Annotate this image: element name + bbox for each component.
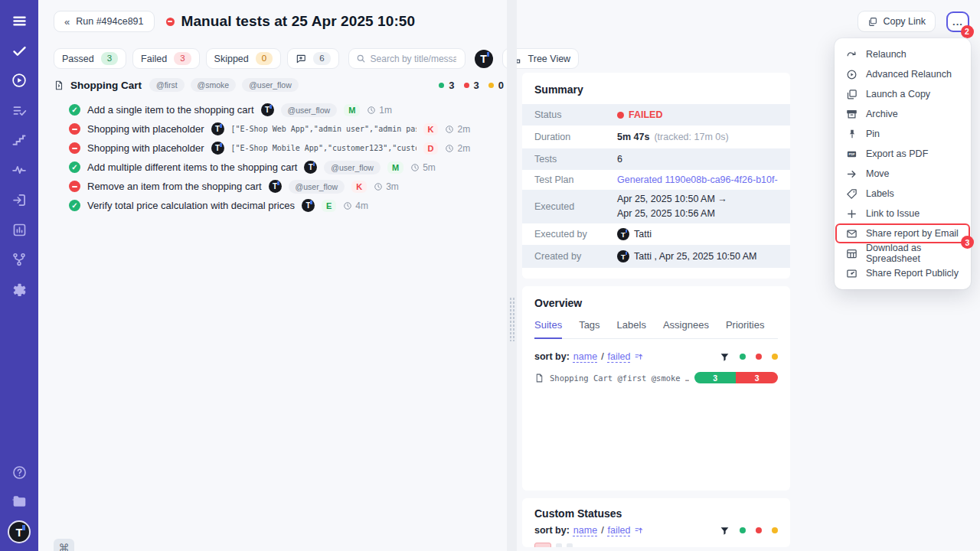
tab-tags[interactable]: Tags bbox=[579, 319, 599, 338]
failed-filter-dot[interactable] bbox=[756, 354, 762, 360]
copy-icon bbox=[846, 89, 858, 100]
milestones-steps-icon[interactable] bbox=[11, 132, 28, 148]
ellipsis-icon: ... bbox=[952, 16, 963, 28]
summary-row-tests: Tests 6 bbox=[522, 148, 790, 170]
menu-item-labels[interactable]: Labels bbox=[835, 184, 971, 204]
test-tag[interactable]: @user_flow bbox=[281, 103, 338, 117]
test-row[interactable]: Add a single item to the shopping cart T… bbox=[54, 100, 508, 119]
skipped-filter-dot[interactable] bbox=[772, 354, 778, 360]
suite-tag[interactable]: @first bbox=[149, 78, 185, 92]
resizer-grip-icon[interactable] bbox=[509, 297, 514, 341]
test-tag[interactable]: @user_flow bbox=[289, 180, 345, 194]
sort-by-failed-link[interactable]: failed bbox=[608, 351, 631, 362]
passed-filter-dot[interactable] bbox=[740, 527, 746, 533]
summary-label: Test Plan bbox=[534, 174, 617, 185]
summary-label: Duration bbox=[534, 132, 617, 142]
menu-item-label: Pin bbox=[866, 129, 880, 139]
copy-icon bbox=[867, 17, 877, 27]
menu-item-label: Download as Spreadsheet bbox=[866, 243, 959, 264]
sort-asc-icon[interactable] bbox=[634, 352, 644, 362]
projects-folder-icon[interactable] bbox=[11, 493, 28, 510]
comment-icon bbox=[296, 54, 306, 64]
suite-skipped-count: 0 bbox=[498, 80, 504, 91]
activity-pulse-icon[interactable] bbox=[11, 161, 28, 178]
comments-chip[interactable]: 6 bbox=[287, 48, 338, 69]
suite-passed-count: 3 bbox=[449, 80, 454, 91]
test-row[interactable]: Shopping with placeholder T ["E-Shop Web… bbox=[54, 119, 508, 139]
failed-filter-dot[interactable] bbox=[756, 527, 762, 533]
menu-item-export-as-pdf[interactable]: PDF Export as PDF bbox=[835, 144, 971, 164]
user-avatar[interactable]: T bbox=[9, 522, 29, 542]
menu-item-move[interactable]: Move bbox=[835, 164, 971, 184]
test-row[interactable]: Add multiple different items to the shop… bbox=[54, 158, 508, 177]
filter-funnel-icon[interactable] bbox=[720, 526, 730, 536]
search-input[interactable] bbox=[371, 54, 456, 64]
test-row[interactable]: Verify total price calculation with deci… bbox=[54, 196, 508, 215]
filter-skipped-chip[interactable]: Skipped 0 bbox=[206, 48, 282, 69]
status-mini-badge bbox=[534, 543, 551, 547]
test-plan-link[interactable]: Generated 1190e08b-ca96-4f26-b10f-d6dc..… bbox=[617, 174, 778, 185]
test-row[interactable]: Shopping with placeholder T ["E-Shop Mob… bbox=[54, 139, 508, 158]
test-duration: 2m bbox=[457, 124, 470, 135]
menu-item-advanced-relaunch[interactable]: Advanced Relaunch bbox=[835, 64, 971, 84]
skipped-filter-dot[interactable] bbox=[772, 527, 778, 533]
passed-filter-dot[interactable] bbox=[740, 354, 746, 360]
tab-suites[interactable]: Suites bbox=[534, 319, 562, 339]
settings-gear-icon[interactable] bbox=[11, 281, 28, 298]
menu-item-launch-a-copy[interactable]: Launch a Copy bbox=[835, 84, 971, 104]
suite-result-bar[interactable]: 3 3 bbox=[694, 372, 778, 383]
menu-item-label: Export as PDF bbox=[866, 148, 928, 159]
summary-label: Created by bbox=[534, 251, 617, 262]
test-row[interactable]: Remove an item from the shopping cart T … bbox=[54, 177, 508, 196]
reports-chart-icon[interactable] bbox=[11, 221, 28, 238]
copy-link-button[interactable]: Copy Link bbox=[858, 11, 936, 32]
hamburger-menu-icon[interactable] bbox=[11, 12, 28, 29]
sort-by-name-link[interactable]: name bbox=[573, 525, 597, 536]
menu-item-link-to-issue[interactable]: Link to Issue bbox=[835, 204, 971, 223]
test-plans-icon[interactable] bbox=[11, 102, 28, 119]
test-tag[interactable]: @user_flow bbox=[324, 161, 381, 174]
search-box[interactable] bbox=[348, 48, 466, 69]
test-title: Add a single item to the shopping cart bbox=[87, 104, 254, 116]
import-icon[interactable] bbox=[11, 191, 28, 208]
filter-failed-chip[interactable]: Failed 3 bbox=[132, 48, 199, 69]
tests-check-icon[interactable] bbox=[11, 42, 28, 59]
suite-tag[interactable]: @user_flow bbox=[242, 78, 299, 92]
test-duration: 5m bbox=[423, 162, 436, 173]
panel-resizer[interactable] bbox=[507, 0, 517, 551]
passed-icon bbox=[69, 104, 80, 116]
suite-tag[interactable]: @smoke bbox=[191, 78, 237, 92]
suite-chart-label[interactable]: Shopping Cart @first @smoke … bbox=[550, 373, 689, 383]
passed-count-badge: 3 bbox=[101, 52, 118, 65]
testomat-logo-avatar[interactable]: T bbox=[475, 50, 493, 68]
tab-priorities[interactable]: Priorities bbox=[726, 319, 765, 338]
back-to-run-button[interactable]: « Run #494ce891 bbox=[54, 11, 155, 32]
menu-item-relaunch[interactable]: Relaunch bbox=[835, 44, 971, 64]
overview-title: Overview bbox=[534, 297, 778, 309]
pin-icon bbox=[846, 129, 858, 139]
tab-assignees[interactable]: Assignees bbox=[663, 319, 709, 338]
filter-passed-chip[interactable]: Passed 3 bbox=[54, 48, 126, 69]
sort-asc-icon[interactable] bbox=[634, 526, 644, 536]
overview-card: Overview Suites Tags Labels Assignees Pr… bbox=[522, 286, 790, 491]
tab-labels[interactable]: Labels bbox=[617, 319, 646, 338]
sort-by-failed-link[interactable]: failed bbox=[608, 525, 631, 536]
summary-row-created-by: Created by TTatti , Apr 25, 2025 10:50 A… bbox=[522, 245, 790, 268]
menu-item-pin[interactable]: Pin bbox=[835, 124, 971, 144]
menu-item-archive[interactable]: Archive bbox=[835, 104, 971, 124]
help-icon[interactable] bbox=[11, 464, 28, 481]
menu-item-share-report-by-email[interactable]: Share report by Email 3 bbox=[835, 223, 970, 243]
suite-header[interactable]: Shopping Cart @first @smoke @user_flow 3… bbox=[54, 77, 508, 93]
menu-item-download-as-spreadsheet[interactable]: Download as Spreadsheet bbox=[835, 243, 971, 263]
branches-icon[interactable] bbox=[11, 251, 28, 268]
plus-icon bbox=[846, 208, 858, 220]
menu-item-label: Labels bbox=[866, 188, 894, 199]
sort-by-name-link[interactable]: name bbox=[573, 351, 597, 362]
filter-funnel-icon[interactable] bbox=[720, 352, 730, 362]
more-actions-button[interactable]: ... 2 bbox=[946, 11, 969, 32]
test-duration: 3m bbox=[386, 181, 399, 192]
runs-play-icon[interactable] bbox=[11, 72, 28, 89]
summary-title: Summary bbox=[534, 83, 778, 96]
summary-row-executed: Executed Apr 25, 2025 10:50 AM →Apr 25, … bbox=[522, 190, 790, 223]
menu-item-share-report-publicly[interactable]: Share Report Publicly bbox=[835, 263, 971, 283]
